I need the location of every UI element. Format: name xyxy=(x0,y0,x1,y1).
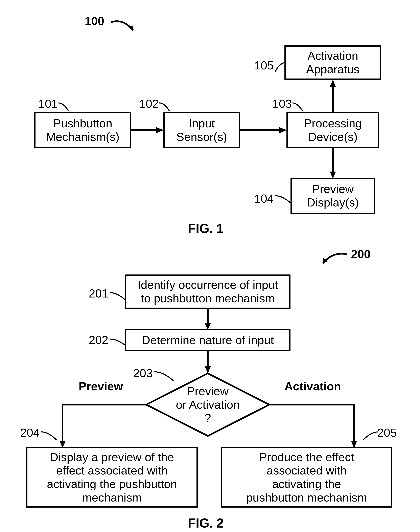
leader-205 xyxy=(361,430,379,442)
leader-104 xyxy=(274,194,293,206)
svg-marker-8 xyxy=(330,171,336,179)
label-103: 103 xyxy=(272,97,292,110)
text-produce-effect: Produce the effect associated with activ… xyxy=(246,450,367,504)
box-display-preview: Display a preview of the effect associat… xyxy=(26,447,198,508)
text-preview-display: Preview Display(s) xyxy=(307,182,359,209)
box-activation-apparatus: Activation Apparatus xyxy=(285,46,381,80)
arrow-203-205 xyxy=(267,401,358,448)
label-203: 203 xyxy=(133,366,153,380)
label-205: 205 xyxy=(377,426,397,439)
text-display-preview: Display a preview of the effect associat… xyxy=(47,450,177,504)
fig2-ref-label: 200 xyxy=(351,247,371,261)
box-identify: Identify occurrence of input to pushbutt… xyxy=(125,274,290,309)
leader-204 xyxy=(40,430,59,442)
branch-activation-label: Activation xyxy=(285,380,341,393)
box-processing: Processing Device(s) xyxy=(286,112,379,148)
leader-101 xyxy=(58,101,72,113)
box-pushbutton: Pushbutton Mechanism(s) xyxy=(34,112,131,148)
arrow-202-203 xyxy=(204,351,212,373)
label-102: 102 xyxy=(139,97,159,110)
text-decision-wrap: Preview or Activation ? xyxy=(145,380,270,429)
arrow-203-204 xyxy=(59,401,149,448)
box-preview-display: Preview Display(s) xyxy=(290,178,375,214)
leader-103 xyxy=(291,101,306,113)
text-pushbutton: Pushbutton Mechanism(s) xyxy=(46,117,120,143)
box-determine: Determine nature of input xyxy=(125,329,290,351)
text-input-sensor: Input Sensor(s) xyxy=(176,117,227,143)
box-input-sensor: Input Sensor(s) xyxy=(163,112,240,148)
text-identify: Identify occurrence of input to pushbutt… xyxy=(137,278,278,305)
text-activation-apparatus: Activation Apparatus xyxy=(306,49,360,76)
label-101: 101 xyxy=(38,97,58,110)
leader-202 xyxy=(109,337,127,347)
text-determine: Determine nature of input xyxy=(142,334,274,347)
svg-marker-2 xyxy=(156,127,163,133)
fig1-ref-label: 100 xyxy=(85,14,104,28)
label-105: 105 xyxy=(254,59,274,72)
arrow-101-102 xyxy=(131,126,165,134)
page: 100 Activation Apparatus 105 Pushbutton … xyxy=(0,0,420,532)
leader-105 xyxy=(274,61,286,73)
branch-preview-label: Preview xyxy=(79,380,123,393)
fig2-ref-arrow xyxy=(319,249,349,269)
fig1-caption: FIG. 1 xyxy=(176,221,236,236)
leader-201 xyxy=(109,291,127,303)
arrow-201-202 xyxy=(204,309,212,330)
label-204: 204 xyxy=(20,426,40,439)
label-202: 202 xyxy=(89,333,108,347)
arrow-103-104 xyxy=(329,148,337,179)
fig1-ref-arrow xyxy=(109,16,141,38)
text-decision: Preview or Activation ? xyxy=(176,384,240,425)
fig2-caption: FIG. 2 xyxy=(176,516,236,531)
svg-marker-4 xyxy=(279,127,286,133)
svg-marker-6 xyxy=(330,80,336,87)
label-201: 201 xyxy=(89,287,108,300)
leader-102 xyxy=(158,101,172,113)
text-processing: Processing Device(s) xyxy=(304,117,362,143)
arrow-103-105 xyxy=(329,80,337,113)
leader-203 xyxy=(153,370,176,384)
arrow-102-103 xyxy=(240,126,287,134)
box-produce-effect: Produce the effect associated with activ… xyxy=(221,447,392,508)
label-104: 104 xyxy=(254,192,274,205)
